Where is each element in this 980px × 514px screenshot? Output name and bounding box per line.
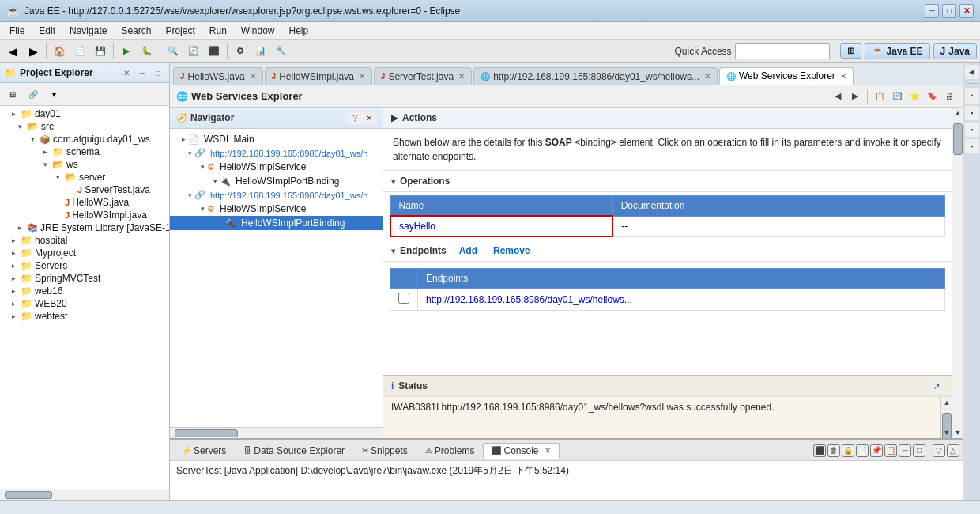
endpoints-collapse[interactable]: ▾	[391, 247, 395, 255]
actions-scrollbar[interactable]: ▲ ▼	[952, 108, 963, 438]
nav-help-btn[interactable]: ?	[348, 111, 362, 125]
console-view-min-btn[interactable]: ▽	[933, 444, 945, 457]
toolbar-save[interactable]: 💾	[91, 42, 110, 61]
console-scroll-lock-btn[interactable]: 🔒	[842, 444, 854, 457]
quick-access-input[interactable]	[735, 43, 830, 59]
table-row[interactable]: sayHello --	[390, 216, 945, 236]
pe-scrollbar-h[interactable]	[0, 489, 169, 500]
tab-url[interactable]: 🌐 http://192.168.199.165:8986/day01_ws/h…	[473, 67, 718, 85]
strip-collapse-btn[interactable]: ◀	[965, 65, 979, 79]
toggle-server[interactable]: ▾	[53, 172, 62, 182]
actions-scroll-up[interactable]: ▲	[952, 108, 963, 119]
tab-close-hellows[interactable]: ✕	[250, 72, 256, 81]
tree-item-pkg[interactable]: ▾ 📦 com.atguigu.day01_ws	[0, 133, 169, 146]
sayhello-cell[interactable]: sayHello	[390, 216, 612, 236]
tree-item-servers[interactable]: ▸ 📁 Servers	[0, 259, 169, 272]
console-max-btn[interactable]: □	[913, 444, 925, 457]
tab-close-servertest[interactable]: ✕	[458, 72, 465, 81]
status-scrollbar[interactable]: ▲ ▼	[940, 397, 952, 438]
project-explorer-max[interactable]: □	[152, 66, 164, 79]
console-pin-btn[interactable]: 📌	[870, 444, 883, 457]
tree-item-src[interactable]: ▾ 📂 src	[0, 120, 169, 133]
close-button[interactable]: ✕	[959, 4, 974, 18]
pe-collapse-all[interactable]: ⊟	[3, 85, 22, 104]
tab-datasource[interactable]: 🗄 Data Source Explorer	[235, 443, 353, 459]
toolbar-run[interactable]: ▶	[117, 42, 136, 61]
nav-scrollbar-h[interactable]	[170, 427, 383, 438]
menu-project[interactable]: Project	[159, 24, 201, 38]
maximize-button[interactable]: □	[942, 4, 956, 18]
nav-url1[interactable]: ▾ 🔗 http://192.168.199.165:8986/day01_ws…	[170, 146, 383, 160]
toggle-myproject[interactable]: ▸	[9, 248, 18, 258]
wse-refresh-btn[interactable]: 🔄	[890, 89, 904, 104]
nav-wsdl-main[interactable]: ▸ 📄 WSDL Main	[170, 132, 383, 146]
wse-forward-btn[interactable]: ▶	[848, 89, 862, 104]
console-stop-btn[interactable]: ⬛	[813, 444, 826, 457]
menu-help[interactable]: Help	[283, 24, 315, 38]
toggle-web16[interactable]: ▸	[9, 286, 18, 296]
menu-window[interactable]: Window	[235, 24, 281, 38]
tree-item-jre[interactable]: ▸ 📚 JRE System Library [JavaSE-1...	[0, 221, 169, 234]
console-min-btn[interactable]: ─	[899, 444, 911, 457]
menu-file[interactable]: File	[3, 24, 31, 38]
wse-bookmark-btn[interactable]: 🔖	[925, 89, 939, 104]
strip-btn1[interactable]: ▪	[965, 88, 979, 104]
tree-item-hospital[interactable]: ▸ 📁 hospital	[0, 234, 169, 247]
tree-item-servertest[interactable]: J ServerTest.java	[0, 183, 169, 196]
perspective-icons-btn[interactable]: ⊞	[840, 43, 861, 59]
actions-scroll-down[interactable]: ▼	[952, 427, 963, 438]
strip-btn3[interactable]: ▪	[965, 123, 979, 137]
endpoints-add-link[interactable]: Add	[459, 245, 477, 256]
tree-item-hellows[interactable]: J HelloWS.java	[0, 196, 169, 209]
pe-link[interactable]: 🔗	[24, 85, 43, 104]
endpoint-checkbox[interactable]	[398, 293, 409, 304]
status-scroll-up[interactable]: ▲	[941, 397, 952, 408]
menu-search[interactable]: Search	[115, 24, 157, 38]
minimize-button[interactable]: ─	[925, 4, 939, 18]
tree-item-myproject[interactable]: ▸ 📁 Myproject	[0, 247, 169, 259]
strip-btn4[interactable]: ▪	[965, 139, 979, 153]
toolbar-search[interactable]: 🔍	[164, 42, 183, 61]
tab-close-wse[interactable]: ✕	[840, 72, 846, 81]
toggle-servers[interactable]: ▸	[9, 261, 18, 270]
toggle-src[interactable]: ▾	[15, 122, 24, 131]
toolbar-forward[interactable]: ▶	[24, 42, 43, 61]
toolbar-stop[interactable]: ⬛	[205, 42, 224, 61]
operations-collapse[interactable]: ▾	[391, 177, 395, 186]
toggle-web20[interactable]: ▸	[9, 299, 18, 308]
toggle-springmvc[interactable]: ▸	[9, 274, 18, 283]
tab-hellowsimpl[interactable]: J HelloWSImpl.java ✕	[265, 67, 372, 85]
console-clear-btn[interactable]: 🗑	[827, 444, 840, 457]
wse-print-btn[interactable]: 🖨	[942, 89, 956, 104]
console-view-max-btn[interactable]: △	[947, 444, 959, 457]
endpoint-row[interactable]: http://192.168.199.165:8986/day01_ws/hel…	[390, 289, 945, 311]
java-perspective-btn[interactable]: J Java	[933, 43, 977, 59]
toolbar-extra1[interactable]: ⚙	[231, 42, 250, 61]
nav-url2[interactable]: ▾ 🔗 http://192.168.199.165:8986/day01_ws…	[170, 188, 383, 202]
menu-edit[interactable]: Edit	[32, 24, 62, 38]
nav-binding1[interactable]: ▾ 🔌 HelloWSImplPortBinding	[170, 174, 383, 188]
toggle-hospital[interactable]: ▸	[9, 236, 18, 245]
tab-close-url[interactable]: ✕	[704, 72, 710, 81]
tab-servers-bottom[interactable]: ⚡ Servers	[173, 443, 235, 459]
toolbar-refresh[interactable]: 🔄	[184, 42, 203, 61]
menu-navigate[interactable]: Navigate	[63, 24, 113, 38]
toolbar-extra2[interactable]: 📊	[251, 42, 270, 61]
tree-item-ws[interactable]: ▾ 📂 ws	[0, 158, 169, 171]
tab-hellows[interactable]: J HelloWS.java ✕	[173, 67, 263, 85]
console-close[interactable]: ✕	[545, 446, 551, 455]
tree-item-server[interactable]: ▾ 📂 server	[0, 171, 169, 183]
tab-console[interactable]: ⬛ Console ✕	[483, 443, 559, 459]
toolbar-new-file[interactable]: 📄	[70, 42, 89, 61]
pe-menu[interactable]: ▾	[44, 85, 63, 104]
tab-close-hellowsimpl[interactable]: ✕	[359, 72, 365, 81]
status-expand-btn[interactable]: ↗	[929, 379, 944, 393]
project-explorer-close[interactable]: ✕	[120, 66, 133, 79]
tab-snippets[interactable]: ✂ Snippets	[353, 443, 416, 459]
toggle-webtest[interactable]: ▸	[9, 312, 18, 321]
toolbar-extra3[interactable]: 🔧	[272, 42, 291, 61]
toolbar-debug[interactable]: 🐛	[138, 42, 156, 61]
tree-item-hellowsimpl[interactable]: J HelloWSImpl.java	[0, 209, 169, 221]
nav-clear-btn[interactable]: ✕	[362, 111, 376, 125]
nav-binding2-selected[interactable]: 🔌 HelloWSImplPortBinding	[170, 216, 383, 230]
